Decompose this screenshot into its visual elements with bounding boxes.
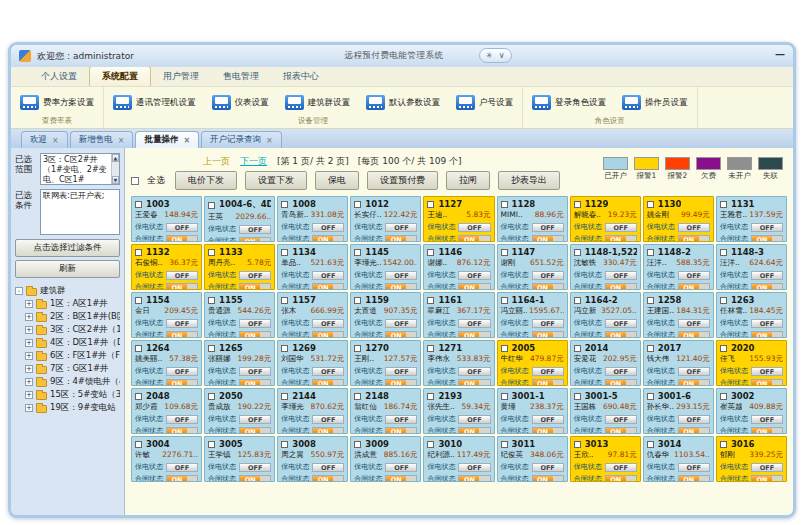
meter-card[interactable]: 2020 佳飞 155.93元 保电状态 OFF 合闸状态 ON	[716, 340, 787, 386]
close-icon[interactable]: ×	[183, 136, 190, 145]
meter-card[interactable]: 1269 刘国华 531.72元 保电状态 OFF 合闸状态 ON	[277, 340, 348, 386]
meter-card[interactable]: 2050 贵成放 190.22元 保电状态 OFF 合闸状态 ON	[204, 388, 275, 434]
meter-card[interactable]: 2193 张先生.. 59.34元 保电状态 OFF 合闸状态 ON	[423, 388, 494, 434]
card-checkbox[interactable]	[574, 393, 581, 400]
card-checkbox[interactable]	[501, 297, 508, 304]
card-checkbox[interactable]	[427, 201, 434, 208]
tree-root[interactable]: - 建筑群	[15, 284, 120, 297]
card-checkbox[interactable]	[574, 249, 581, 256]
ribbon-button[interactable]: 费率方案设置	[17, 93, 97, 112]
card-checkbox[interactable]	[574, 345, 581, 352]
meter-card[interactable]: 3013 王欣.. 97.81元 保电状态 OFF 合闸状态 ON	[570, 436, 641, 482]
meter-card[interactable]: 3016 郁刚 339.25元 保电状态 OFF 合闸状态 ON	[716, 436, 787, 482]
tree-item[interactable]: + 1区：A区1#井	[15, 297, 120, 310]
card-checkbox[interactable]	[208, 249, 215, 256]
ribbon-tab[interactable]: 售电管理	[211, 67, 271, 86]
card-checkbox[interactable]	[647, 345, 654, 352]
expand-icon[interactable]: +	[25, 391, 33, 399]
meter-card[interactable]: 2144 李瑾光 870.62元 保电状态 OFF 合闸状态 ON	[277, 388, 348, 434]
meter-card[interactable]: 1145 李瑾光.. 1542.00.. 保电状态 OFF 合闸状态 ON	[350, 244, 421, 290]
ribbon-button[interactable]: 操作员设置	[619, 93, 691, 112]
card-checkbox[interactable]	[720, 249, 727, 256]
meter-card[interactable]: 1146 谢娜.. 876.12元 保电状态 OFF 合闸状态 ON	[423, 244, 494, 290]
card-checkbox[interactable]	[208, 345, 215, 352]
meter-card[interactable]: 1127 王迪.. 5.83元 保电状态 OFF 合闸状态 ON	[423, 196, 494, 242]
card-checkbox[interactable]	[354, 393, 361, 400]
card-checkbox[interactable]	[574, 297, 581, 304]
card-checkbox[interactable]	[647, 441, 654, 448]
meter-card[interactable]: 2014 安爱花 202.95元 保电状态 OFF 合闸状态 ON	[570, 340, 641, 386]
card-checkbox[interactable]	[501, 345, 508, 352]
meter-card[interactable]: 1263 任林雪.. 184.45元 保电状态 OFF 合闸状态 ON	[716, 292, 787, 338]
meter-card[interactable]: 1131 王雅君.. 137.59元 保电状态 OFF 合闸状态 ON	[716, 196, 787, 242]
tree-item[interactable]: + 4区：D区1#井（D区1	[15, 336, 120, 349]
prev-page-link[interactable]: 上一页	[203, 155, 230, 168]
card-checkbox[interactable]	[647, 297, 654, 304]
card-checkbox[interactable]	[281, 345, 288, 352]
card-checkbox[interactable]	[574, 201, 581, 208]
meter-card[interactable]: 3002 崔英越 409.88元 保电状态 OFF 合闸状态 ON	[716, 388, 787, 434]
card-checkbox[interactable]	[720, 441, 727, 448]
document-tab[interactable]: 开户记录查询 ×	[201, 131, 282, 148]
tree-item[interactable]: + 15区：5#变站（3#变	[15, 388, 120, 401]
selected-condition-box[interactable]: 联网表:已开户表;	[40, 189, 120, 235]
tree-item[interactable]: + 3区：C区2#井（1#变	[15, 323, 120, 336]
document-tab[interactable]: 欢迎 ×	[21, 131, 68, 148]
meter-card[interactable]: 1155 贵通源 544.26元 保电状态 OFF 合闸状态 ON	[204, 292, 275, 338]
ribbon-button[interactable]: 默认参数设置	[363, 93, 443, 112]
meter-card[interactable]: 1154 金日 209.45元 保电状态 OFF 合闸状态 ON	[131, 292, 202, 338]
meter-card[interactable]: 1147 谢刚 651.52元 保电状态 OFF 合闸状态 ON	[497, 244, 568, 290]
meter-card[interactable]: 3001-6 孙长华.. 293.15元 保电状态 OFF 合闸状态 ON	[643, 388, 714, 434]
expand-icon[interactable]: +	[25, 404, 33, 412]
meter-card[interactable]: 1129 解晓春.. 19.23元 保电状态 OFF 合闸状态 ON	[570, 196, 641, 242]
meter-card[interactable]: 1161 翠麻江 367.17元 保电状态 OFF 合闸状态 ON	[423, 292, 494, 338]
meter-card[interactable]: 3004 许敏 2276.71.. 保电状态 OFF 合闸状态 ON	[131, 436, 202, 482]
batch-action-button[interactable]: 拉闸	[446, 171, 490, 190]
card-checkbox[interactable]	[208, 393, 215, 400]
expand-icon[interactable]: +	[25, 378, 33, 386]
meter-card[interactable]: 3010 纪利源.. 117.49元 保电状态 OFF 合闸状态 ON	[423, 436, 494, 482]
scrollbar[interactable]: ▲ ▼	[111, 154, 119, 184]
minimize-button[interactable]: —	[775, 49, 785, 60]
meter-card[interactable]: 1148-3 汪洋.. 624.64元 保电状态 OFF 合闸状态 ON	[716, 244, 787, 290]
choose-filter-button[interactable]: 点击选择过滤条件	[15, 239, 120, 257]
tree-item[interactable]: + 19区：9#变电站（2#	[15, 401, 120, 414]
meter-card[interactable]: 1270 王刚.. 127.57元 保电状态 OFF 合闸状态 ON	[350, 340, 421, 386]
card-checkbox[interactable]	[720, 201, 727, 208]
scroll-up-icon[interactable]: ▲	[112, 154, 119, 162]
meter-card[interactable]: 1134 单品.. 521.63元 保电状态 OFF 合闸状态 ON	[277, 244, 348, 290]
batch-action-button[interactable]: 电价下发	[175, 171, 237, 190]
collapse-icon[interactable]: -	[15, 287, 23, 295]
tree-item[interactable]: + 6区：F区1#井（F区1#	[15, 349, 120, 362]
card-checkbox[interactable]	[281, 201, 288, 208]
meter-card[interactable]: 1003 王爱春 148.94元 保电状态 OFF 合闸状态 ON	[131, 196, 202, 242]
selected-range-box[interactable]: 3区：C区2#井（1#变电、2#变电、C区1# ▲ ▼	[40, 153, 120, 185]
card-checkbox[interactable]	[427, 393, 434, 400]
card-checkbox[interactable]	[354, 441, 361, 448]
meter-card[interactable]: 1164-1 冯立丽.. 1595.67.. 保电状态 OFF 合闸状态 O	[497, 292, 568, 338]
card-checkbox[interactable]	[427, 441, 434, 448]
card-checkbox[interactable]	[135, 249, 142, 256]
card-checkbox[interactable]	[354, 345, 361, 352]
card-checkbox[interactable]	[354, 201, 361, 208]
expand-icon[interactable]: +	[25, 352, 33, 360]
batch-action-button[interactable]: 设置预付费	[367, 171, 438, 190]
expand-icon[interactable]: +	[25, 300, 33, 308]
ribbon-button[interactable]: 仪表设置	[209, 93, 272, 112]
meter-card[interactable]: 3011 纪俊英 348.06元 保电状态 OFF 合闸状态 ON	[497, 436, 568, 482]
card-checkbox[interactable]	[354, 297, 361, 304]
ribbon-button[interactable]: 登录角色设置	[529, 93, 609, 112]
meter-card[interactable]: 3014 仇春华 1103.54.. 保电状态 OFF 合闸状态 ON	[643, 436, 714, 482]
meter-card[interactable]: 1004-6、4D-- 王英 2029.66.. 保电状态 OFF 合闸状态	[204, 196, 275, 242]
meter-card[interactable]: 1265 张丽娜 199.28元 保电状态 OFF 合闸状态 ON	[204, 340, 275, 386]
ribbon-tab[interactable]: 用户管理	[151, 67, 211, 86]
card-checkbox[interactable]	[501, 393, 508, 400]
close-icon[interactable]: ×	[266, 136, 273, 145]
next-page-link[interactable]: 下一页	[240, 155, 267, 168]
document-tab[interactable]: 新增售电 ×	[70, 131, 134, 148]
meter-card[interactable]: 2005 牛红华 479.87元 保电状态 OFF 合闸状态 ON	[497, 340, 568, 386]
card-checkbox[interactable]	[135, 297, 142, 304]
card-checkbox[interactable]	[720, 393, 727, 400]
meter-card[interactable]: 1148-2 汪洋.. 588.35元 保电状态 OFF 合闸状态 ON	[643, 244, 714, 290]
close-icon[interactable]: ×	[52, 136, 59, 145]
